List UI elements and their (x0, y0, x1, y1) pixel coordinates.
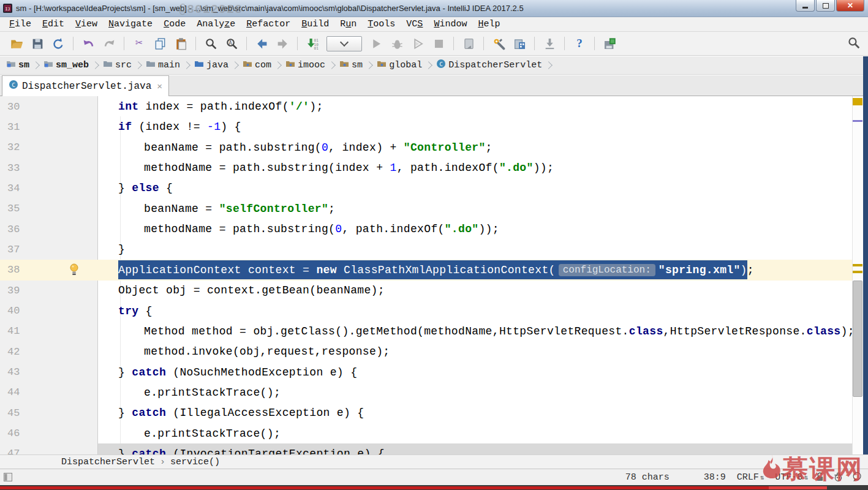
help-icon[interactable]: ? (572, 36, 587, 51)
module-icon (43, 59, 56, 72)
line-number: 40 (0, 301, 98, 322)
line-number: 30 (0, 96, 98, 117)
video-progress-played[interactable] (0, 486, 769, 489)
restore-button[interactable] (816, 0, 835, 12)
flame-icon (761, 454, 782, 485)
close-button[interactable]: ✕ (836, 0, 864, 12)
run-icon[interactable] (369, 36, 383, 51)
tool-windows-toggle-icon[interactable] (3, 472, 13, 482)
chevron-separator-icon (231, 61, 239, 69)
back-icon[interactable] (254, 36, 269, 51)
restore-icon (823, 3, 829, 9)
search-everywhere-icon[interactable] (847, 36, 862, 51)
replace-icon[interactable]: A (224, 36, 239, 51)
toolbar-separator (246, 37, 247, 50)
find-icon[interactable] (203, 36, 218, 51)
menu-window[interactable]: Window (428, 19, 472, 29)
menu-file[interactable]: File (4, 19, 37, 29)
code-line-38: 38ApplicationContext context = new Class… (0, 260, 868, 281)
line-number: 37 (0, 239, 98, 260)
minimize-button[interactable] (796, 0, 815, 12)
stop-icon[interactable] (431, 36, 446, 51)
paste-icon[interactable] (173, 36, 188, 51)
run-config-dropdown[interactable] (326, 36, 362, 51)
svg-text:01: 01 (314, 46, 319, 50)
code-line-42: 42method.invoke(obj,request,response); (0, 341, 868, 362)
breadcrumb-src[interactable]: src (103, 59, 132, 72)
menu-help[interactable]: Help (472, 19, 505, 29)
svg-text:A: A (228, 39, 232, 45)
code-text: e.printStackTrace(); (98, 423, 852, 444)
breadcrumb-main[interactable]: main (146, 59, 180, 72)
code-text: } (98, 239, 852, 260)
stripe-mark[interactable] (853, 271, 862, 273)
menu-code[interactable]: Code (158, 19, 191, 29)
caret-position[interactable]: 38:9 (704, 472, 726, 483)
code-text: Object obj = context.getBean(beanName); (98, 280, 852, 301)
tool-window-icon[interactable] (461, 36, 476, 51)
code-text: try { (98, 301, 852, 322)
breadcrumb-com[interactable]: com (243, 59, 271, 72)
folder-icon (103, 59, 115, 72)
menu-analyze[interactable]: Analyze (191, 19, 241, 29)
menu-view[interactable]: View (70, 19, 103, 29)
code-text: beanName = path.substring(0, index) + "C… (98, 137, 852, 158)
sync-icon[interactable] (51, 36, 66, 51)
menu-tools[interactable]: Tools (362, 19, 401, 29)
coverage-icon[interactable] (410, 36, 425, 51)
line-number: 42 (0, 341, 98, 362)
tab-close-icon[interactable]: × (157, 81, 162, 91)
title-bar: IJ sm - [H:\workspace\IdeaProjects\sm] -… (0, 0, 868, 17)
scrollbar-thumb[interactable] (853, 281, 862, 397)
menu-run[interactable]: Run (334, 19, 362, 29)
forward-icon[interactable] (275, 36, 290, 51)
line-number: 34 (0, 178, 98, 198)
breadcrumb-dispatcherservlet[interactable]: CDispatcherServlet (436, 59, 542, 72)
svg-text:IJ: IJ (6, 7, 10, 12)
code-line-44: 44e.printStackTrace(); (0, 382, 868, 403)
line-separator-selector[interactable]: CRLF⇅ (737, 472, 764, 483)
breadcrumb-global[interactable]: global (377, 59, 422, 72)
menu-refactor[interactable]: Refactor (241, 19, 296, 29)
save-icon[interactable] (30, 36, 45, 51)
code-line-40: 40try { (0, 301, 868, 322)
chevron-separator-icon (365, 61, 373, 69)
class-icon: C (436, 59, 448, 72)
breadcrumb-sm[interactable]: sm (6, 59, 29, 72)
update-project-icon[interactable]: 011001 (305, 36, 320, 51)
export-icon[interactable] (542, 36, 557, 51)
breadcrumb-java[interactable]: java (194, 59, 228, 72)
debug-icon[interactable] (390, 36, 404, 51)
redo-icon[interactable] (102, 36, 116, 51)
menu-build[interactable]: Build (296, 19, 334, 29)
code-editor[interactable]: 30int index = path.indexOf('/');31if (in… (0, 96, 868, 454)
breadcrumb-sm[interactable]: sm (339, 59, 363, 72)
breadcrumb-sm_web[interactable]: sm_web (43, 59, 89, 72)
main-toolbar: ✂A011001? (0, 32, 868, 56)
stripe-mark[interactable] (853, 264, 862, 266)
toolbar-separator (453, 37, 454, 50)
menu-vcs[interactable]: VCS (401, 19, 428, 29)
tab-dispatcherservlet[interactable]: C DispatcherServlet.java × (2, 75, 169, 96)
code-line-46: 46e.printStackTrace(); (0, 423, 868, 444)
folder-icon (146, 59, 158, 72)
intention-bulb-icon[interactable] (69, 263, 79, 277)
open-icon[interactable] (9, 36, 24, 51)
save-all-icon[interactable] (602, 36, 617, 51)
copy-icon[interactable] (153, 36, 167, 51)
class-icon: C (9, 80, 22, 92)
inspection-status-square[interactable] (853, 98, 862, 105)
code-line-30: 30int index = path.indexOf('/'); (0, 96, 868, 117)
settings-icon[interactable] (491, 36, 506, 51)
stripe-mark[interactable] (853, 120, 862, 122)
breadcrumb-method[interactable]: service() (170, 457, 220, 467)
breadcrumb-class[interactable]: DispatcherServlet (61, 457, 155, 467)
menu-edit[interactable]: Edit (37, 19, 70, 29)
cut-icon[interactable]: ✂ (132, 36, 146, 51)
undo-icon[interactable] (81, 36, 96, 51)
breadcrumb-imooc[interactable]: imooc (285, 59, 325, 72)
chevron-separator-icon (183, 61, 191, 69)
video-progress-head[interactable] (769, 486, 827, 489)
menu-navigate[interactable]: Navigate (103, 19, 158, 29)
project-structure-icon[interactable] (512, 36, 527, 51)
